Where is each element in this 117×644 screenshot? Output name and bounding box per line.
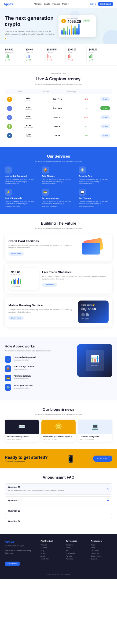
ticker-name-1: Ethereum <box>26 51 42 53</box>
footer-link[interactable]: Forum <box>66 547 87 548</box>
building-section: Building The Future An rem ernt et occae… <box>0 214 117 337</box>
trade-button-eth2[interactable]: Trade <box>100 115 110 119</box>
footer-link[interactable]: Payouts <box>66 555 87 557</box>
crypto-icon-btc: ₿ <box>7 97 12 102</box>
ticker-name-4: Bitcoin <box>89 51 105 53</box>
live-trade-learn-button[interactable]: Learn more <box>42 283 57 287</box>
footer-tagline: The next generation crypto <box>5 545 37 547</box>
credit-card-learn-button[interactable]: Learn more <box>9 252 24 256</box>
how-img-placeholder: 📊 Analytics <box>77 344 112 377</box>
crypto-info-eth2: ETH Ethereum <box>14 115 43 119</box>
ticker-chart-3 <box>68 54 84 58</box>
footer-cta-button[interactable]: Get Started <box>5 562 20 566</box>
cta-button[interactable]: Get Started <box>93 456 112 462</box>
crypto-icon-eth2: Ξ <box>7 115 12 120</box>
trade-button-btc[interactable]: Trade <box>100 97 110 101</box>
footer-link[interactable]: Company <box>66 544 87 546</box>
faq-item-2[interactable]: Question 03 + <box>5 507 112 515</box>
hero-amount: 4055.20 <box>67 20 81 24</box>
trade-button-xrp[interactable]: Trade <box>100 134 110 138</box>
how-icon-0: ⚖️ <box>5 356 11 363</box>
getstarted-button[interactable]: Get Started <box>98 2 113 6</box>
faq-toggle-2[interactable]: + <box>107 509 109 512</box>
footer-link[interactable]: API <box>66 550 87 551</box>
ticker-chart-4 <box>89 54 105 58</box>
hero-description: Features of the company as detailed by d… <box>5 30 56 36</box>
nav-link-crypto[interactable]: Crypto <box>44 3 50 5</box>
faq-item-0[interactable]: Question 01 An rem ernt et occaecat ut n… <box>5 483 112 495</box>
footer-link[interactable]: Features <box>41 547 62 548</box>
payment-icon: 💳 <box>42 189 49 196</box>
footer-link[interactable]: Design System <box>91 555 112 557</box>
signin-button[interactable]: Sign In <box>90 2 96 6</box>
footer: Appex The next generation crypto An rem … <box>0 534 117 579</box>
service-item-storage: 📦 Safe Storage Lorem to distinguish to g… <box>42 166 75 185</box>
navigation: Appex Markets Crypto Finance More ▾ Sign… <box>0 0 117 8</box>
ticker-value-4: $456.40 <box>89 48 105 51</box>
footer-desc: An rem ernt et occaecat ut nulla adip di… <box>5 550 37 554</box>
copyright: © 2021 Appex. All rights reserved. <box>5 574 112 575</box>
ticker-change-4: ▲ +0.4 <box>89 59 105 61</box>
live-trade-feature: $18.60 ETHEREUM ▲ Trending Live Trade St… <box>5 264 112 294</box>
security-icon: 🛡️ <box>79 166 86 174</box>
credit-card-text: Credit Card Facilities An rem ernt et oc… <box>9 239 77 256</box>
crypto-info-btc: BTC Bitcoin <box>14 97 43 101</box>
blog-grid: ⌨️ Secured and easy to use. Jun 22, 2021… <box>5 420 112 442</box>
mobile-hello: Hello Sami 👋 <box>81 304 105 306</box>
crypto-info-bch: BCH Bitcoin Cash <box>14 124 43 128</box>
table-header: Coin Last Price 24H Change <box>5 90 112 94</box>
footer-link[interactable]: Data delay <box>91 550 112 551</box>
hero-content: The next generation crypto Features of t… <box>5 15 56 39</box>
how-text: How Appex works An rem ernt et occaecat … <box>5 344 73 394</box>
trade-button-bch[interactable]: Trade <box>100 124 110 128</box>
trade-button-eth[interactable]: Trade <box>100 106 110 110</box>
crypto-icon-xrp: ✦ <box>7 133 12 138</box>
nav-buttons: Sign In Get Started <box>90 2 113 6</box>
storage-icon: 📦 <box>42 166 49 174</box>
cta-text: Ready to get started? An rem ernt et occ… <box>5 455 48 462</box>
nav-link-finance[interactable]: Finance <box>52 3 60 5</box>
credit-card-feature: Credit Card Facilities An rem ernt et oc… <box>5 234 112 260</box>
blog-card-0: ⌨️ Secured and easy to use. Jun 22, 2021… <box>5 420 39 442</box>
faq-item-1[interactable]: Question 02 + <box>5 496 112 505</box>
footer-link[interactable]: Support <box>91 558 112 560</box>
faq-toggle-0[interactable]: ✕ <box>106 487 109 490</box>
how-step-2: 💳 Payment gateway lorem as dolormat et <box>5 375 73 381</box>
dont-live-pretitle: Don't Live A Little <box>5 72 112 75</box>
footer-link[interactable]: Status page <box>91 552 112 554</box>
faq-toggle-1[interactable]: + <box>107 499 109 502</box>
footer-link[interactable]: Blogs <box>91 544 112 546</box>
nav-link-more[interactable]: More ▾ <box>62 3 69 5</box>
mobile-card: Hello Sami 👋 $5,156.00 **** 3453 <box>78 300 108 323</box>
footer-col-2: Resources Blogs News Data delay Status p… <box>91 540 112 566</box>
footer-link[interactable]: About <box>41 555 62 557</box>
dont-live-title: Live A Cryptocurrency. <box>5 76 112 82</box>
footer-link[interactable]: Testimonials <box>66 552 87 554</box>
hero-title: The next generation crypto <box>5 15 56 28</box>
ticker-name-0: Bitcoin Cash <box>5 51 21 53</box>
ticker-chart-0 <box>5 54 21 58</box>
footer-link[interactable]: Affiliate <box>41 552 62 554</box>
footer-brand: Appex The next generation crypto An rem … <box>5 540 37 566</box>
service-item-payment: 💳 Payment gateway Lorem to distinguish t… <box>42 189 75 207</box>
ticker-value-2: $0.68545 <box>47 48 63 51</box>
sparkline-chart <box>11 278 36 284</box>
how-image: 📊 Analytics <box>77 344 112 394</box>
ticker-value-3: $304.07 <box>68 48 84 51</box>
blog-card-1: 🪙 Invest now, you'll never regret it. Ju… <box>41 420 76 442</box>
footer-link[interactable]: Payments <box>66 558 87 560</box>
nav-link-markets[interactable]: Markets <box>34 3 42 5</box>
footer-col-0: FootProduct Products Features Blog Affil… <box>41 540 62 566</box>
footer-link[interactable]: News <box>91 547 112 548</box>
footer-link[interactable]: Speak Plan <box>41 558 62 560</box>
crypto-icon-bch: ₿ <box>7 124 12 129</box>
faq-item-3[interactable]: Question 04 + <box>5 517 112 526</box>
mobile-banking-learn-button[interactable]: Learn more <box>9 316 24 320</box>
footer-link[interactable]: Products <box>41 544 62 546</box>
faq-toggle-3[interactable]: + <box>107 520 109 523</box>
footer-link[interactable]: Blog <box>41 550 62 551</box>
ticker-change-3: ▼ -0.2 <box>68 59 84 61</box>
ticker-change-0: ▲ +0.2 <box>5 59 21 61</box>
crypto-info-eth: ETH Ethereum <box>14 106 43 110</box>
ticker-chart-1 <box>26 54 42 58</box>
